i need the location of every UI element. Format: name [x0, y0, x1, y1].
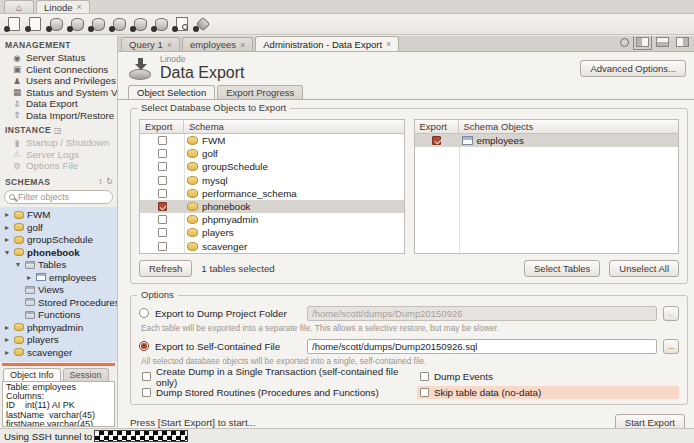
expand-collapse-icon[interactable]: ↕: [98, 177, 102, 186]
option-checkbox-label: Create Dump in a Single Transaction (sel…: [156, 366, 414, 388]
search-table-data-icon[interactable]: [172, 17, 189, 32]
reconnect-server-icon[interactable]: [193, 17, 210, 32]
schema-row[interactable]: scavenger: [140, 240, 404, 253]
schema-row[interactable]: performance_schema: [140, 187, 404, 200]
schema-row[interactable]: FWM: [140, 134, 404, 147]
sidebar-item[interactable]: Client Connections: [0, 64, 117, 76]
create-table-icon[interactable]: [67, 17, 84, 32]
refresh-button[interactable]: Refresh: [139, 260, 192, 277]
create-function-icon[interactable]: [130, 17, 147, 32]
schema-row[interactable]: phpmyadmin: [140, 213, 404, 226]
export-checkbox[interactable]: [158, 162, 167, 171]
schema-row[interactable]: groupSchedule: [140, 160, 404, 173]
editor-tab[interactable]: Query 1 ×: [121, 37, 180, 51]
tree-item[interactable]: Tables: [0, 259, 117, 272]
tree-item[interactable]: phpmyadmin: [0, 321, 117, 334]
browse-file-button[interactable]: ...: [663, 339, 679, 354]
expander-icon[interactable]: [3, 210, 11, 219]
select-tables-button[interactable]: Select Tables: [524, 260, 600, 277]
sidebar-item[interactable]: Data Import/Restore: [0, 110, 117, 122]
option-checkbox[interactable]: [420, 388, 429, 397]
close-icon[interactable]: ×: [240, 40, 245, 50]
refresh-schemas-icon[interactable]: ↻: [106, 177, 113, 186]
schema-row[interactable]: mysql: [140, 174, 404, 187]
tree-item[interactable]: Views: [0, 284, 117, 297]
unselect-all-button[interactable]: Unselect All: [609, 260, 679, 277]
tree-item[interactable]: Stored Procedures: [0, 296, 117, 309]
sidebar-item[interactable]: Server Status: [0, 52, 117, 64]
tree-item[interactable]: Functions: [0, 309, 117, 322]
expander-icon[interactable]: [3, 323, 11, 332]
create-schema-icon[interactable]: [46, 17, 63, 32]
option-checkbox[interactable]: [420, 372, 429, 381]
connection-tab-linode[interactable]: Linode ×: [36, 0, 90, 13]
dump-project-folder-radio[interactable]: [139, 308, 149, 318]
tree-item[interactable]: scavenger: [0, 346, 117, 359]
info-tab[interactable]: Session: [63, 368, 109, 381]
toggle-secondary-sidebar-icon[interactable]: [676, 37, 689, 47]
schema-row[interactable]: phonebook: [140, 200, 404, 213]
new-query-tab-icon[interactable]: [4, 17, 21, 32]
export-checkbox[interactable]: [158, 202, 167, 211]
expander-icon[interactable]: [3, 223, 11, 232]
schema-filter[interactable]: [4, 190, 113, 204]
toggle-sidebar-icon[interactable]: [636, 37, 649, 47]
info-tab[interactable]: Object Info: [3, 368, 61, 381]
tree-item[interactable]: employees: [0, 271, 117, 284]
home-tab[interactable]: ⌂: [4, 0, 34, 13]
option-checkbox-row[interactable]: Dump Stored Routines (Procedures and Fun…: [139, 386, 417, 399]
option-checkbox-row[interactable]: Skip table data (no-data): [417, 386, 679, 399]
close-icon[interactable]: ×: [167, 40, 172, 50]
open-sql-script-icon[interactable]: [25, 17, 42, 32]
subtab[interactable]: Export Progress: [217, 85, 303, 99]
sidebar-item[interactable]: Startup / Shutdown: [0, 137, 117, 149]
sidebar-item[interactable]: Status and System Variables: [0, 87, 117, 99]
schema-row[interactable]: players: [140, 226, 404, 239]
tree-item[interactable]: phonebook: [0, 246, 117, 259]
sidebar-item[interactable]: Server Logs: [0, 149, 117, 161]
sidebar-item[interactable]: Users and Privileges: [0, 75, 117, 87]
subtab[interactable]: Object Selection: [128, 85, 215, 99]
create-view-icon[interactable]: [88, 17, 105, 32]
export-checkbox[interactable]: [158, 176, 167, 185]
schema-object-row[interactable]: employees: [415, 134, 679, 147]
expander-icon[interactable]: [25, 273, 33, 282]
expander-icon[interactable]: [3, 235, 11, 244]
expander-icon[interactable]: [3, 248, 11, 257]
export-checkbox[interactable]: [158, 228, 167, 237]
editor-tab[interactable]: employees ×: [182, 37, 253, 51]
sidebar-item[interactable]: Options File: [0, 160, 117, 172]
option-checkbox-row[interactable]: Create Dump in a Single Transaction (sel…: [139, 370, 417, 383]
expander-icon[interactable]: [14, 260, 22, 269]
sidebar-item[interactable]: Data Export: [0, 98, 117, 110]
option-checkbox[interactable]: [142, 372, 151, 381]
expander-icon[interactable]: [3, 335, 11, 344]
tree-item[interactable]: players: [0, 334, 117, 347]
toggle-output-area-icon[interactable]: [656, 37, 669, 47]
export-checkbox[interactable]: [158, 189, 167, 198]
export-checkbox[interactable]: [158, 242, 167, 251]
advanced-options-button[interactable]: Advanced Options...: [580, 60, 686, 77]
option-checkbox[interactable]: [142, 388, 151, 397]
self-contained-radio[interactable]: [139, 341, 149, 351]
create-trigger-icon[interactable]: [151, 17, 168, 32]
self-contained-path[interactable]: [307, 339, 657, 354]
filter-input[interactable]: [18, 192, 108, 202]
splitter-handle[interactable]: [2, 363, 115, 366]
schema-row[interactable]: golf: [140, 147, 404, 160]
start-export-button[interactable]: Start Export: [615, 414, 685, 428]
tree-item[interactable]: groupSchedule: [0, 234, 117, 247]
export-checkbox[interactable]: [158, 215, 167, 224]
export-checkbox[interactable]: [432, 136, 441, 145]
editor-tab[interactable]: Administration - Data Export ×: [255, 36, 399, 51]
export-checkbox[interactable]: [158, 149, 167, 158]
tree-item[interactable]: FWM: [0, 209, 117, 222]
start-export-hint: Press [Start Export] to start...: [130, 417, 615, 428]
tree-item[interactable]: golf: [0, 221, 117, 234]
export-checkbox[interactable]: [158, 136, 167, 145]
option-checkbox-row[interactable]: Dump Events: [417, 370, 679, 383]
expander-icon[interactable]: [3, 348, 11, 357]
close-icon[interactable]: ×: [386, 39, 391, 49]
create-procedure-icon[interactable]: [109, 17, 126, 32]
close-icon[interactable]: ×: [77, 2, 82, 12]
